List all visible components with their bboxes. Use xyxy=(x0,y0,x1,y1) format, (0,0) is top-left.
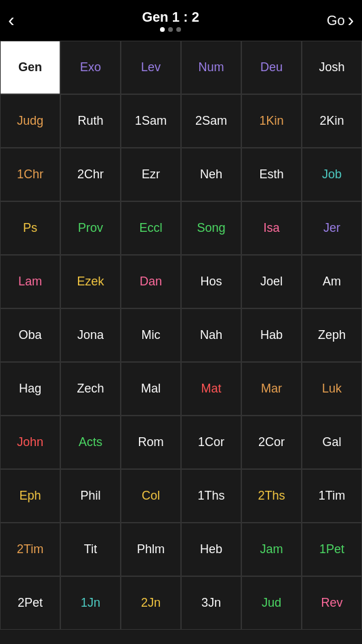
book-cell-1cor[interactable]: 1Cor xyxy=(181,416,241,469)
book-cell-ps[interactable]: Ps xyxy=(0,201,60,255)
book-cell-1tim[interactable]: 1Tim xyxy=(302,469,362,523)
back-icon: ‹ xyxy=(8,9,14,31)
book-cell-dan[interactable]: Dan xyxy=(121,255,181,308)
go-button[interactable]: Go › xyxy=(327,9,354,31)
book-cell-ezr[interactable]: Ezr xyxy=(121,148,181,201)
book-cell-mar[interactable]: Mar xyxy=(241,362,302,416)
book-cell-1chr[interactable]: 1Chr xyxy=(0,148,60,201)
book-cell-3jn[interactable]: 3Jn xyxy=(181,576,241,630)
book-cell-esth[interactable]: Esth xyxy=(241,148,302,201)
book-cell-joel[interactable]: Joel xyxy=(241,255,302,308)
dot-1 xyxy=(160,27,165,32)
header: ‹ Gen 1 : 2 Go › xyxy=(0,0,362,41)
book-cell-num[interactable]: Num xyxy=(181,41,241,94)
page-dots xyxy=(160,27,181,32)
book-cell-col[interactable]: Col xyxy=(121,469,181,523)
book-cell-1ths[interactable]: 1Ths xyxy=(181,469,241,523)
book-cell-oba[interactable]: Oba xyxy=(0,308,60,362)
book-cell-hag[interactable]: Hag xyxy=(0,362,60,416)
book-cell-deu[interactable]: Deu xyxy=(241,41,302,94)
book-cell-1jn[interactable]: 1Jn xyxy=(60,576,121,630)
dot-2 xyxy=(168,27,173,32)
book-cell-jam[interactable]: Jam xyxy=(241,523,302,576)
book-cell-acts[interactable]: Acts xyxy=(60,416,121,469)
book-grid: GenExoLevNumDeuJoshJudgRuth1Sam2Sam1Kin2… xyxy=(0,41,362,630)
book-cell-am[interactable]: Am xyxy=(302,255,362,308)
book-cell-2tim[interactable]: 2Tim xyxy=(0,523,60,576)
book-cell-luk[interactable]: Luk xyxy=(302,362,362,416)
book-cell-judg[interactable]: Judg xyxy=(0,94,60,148)
header-center: Gen 1 : 2 xyxy=(142,9,199,32)
book-cell-heb[interactable]: Heb xyxy=(181,523,241,576)
book-cell-neh[interactable]: Neh xyxy=(181,148,241,201)
book-cell-isa[interactable]: Isa xyxy=(241,201,302,255)
book-cell-2sam[interactable]: 2Sam xyxy=(181,94,241,148)
book-cell-1kin[interactable]: 1Kin xyxy=(241,94,302,148)
dot-3 xyxy=(176,27,181,32)
book-cell-2kin[interactable]: 2Kin xyxy=(302,94,362,148)
back-button[interactable]: ‹ xyxy=(8,9,14,31)
book-cell-jona[interactable]: Jona xyxy=(60,308,121,362)
book-cell-hab[interactable]: Hab xyxy=(241,308,302,362)
book-cell-phil[interactable]: Phil xyxy=(60,469,121,523)
book-cell-lev[interactable]: Lev xyxy=(121,41,181,94)
book-cell-gal[interactable]: Gal xyxy=(302,416,362,469)
book-cell-eccl[interactable]: Eccl xyxy=(121,201,181,255)
book-cell-2cor[interactable]: 2Cor xyxy=(241,416,302,469)
header-title: Gen 1 : 2 xyxy=(142,9,199,25)
book-cell-2chr[interactable]: 2Chr xyxy=(60,148,121,201)
book-cell-1sam[interactable]: 1Sam xyxy=(121,94,181,148)
book-cell-mic[interactable]: Mic xyxy=(121,308,181,362)
book-cell-1pet[interactable]: 1Pet xyxy=(302,523,362,576)
book-cell-zech[interactable]: Zech xyxy=(60,362,121,416)
book-cell-jud[interactable]: Jud xyxy=(241,576,302,630)
go-label: Go xyxy=(327,13,345,28)
book-cell-exo[interactable]: Exo xyxy=(60,41,121,94)
book-cell-jer[interactable]: Jer xyxy=(302,201,362,255)
book-cell-ruth[interactable]: Ruth xyxy=(60,94,121,148)
book-cell-lam[interactable]: Lam xyxy=(0,255,60,308)
forward-icon: › xyxy=(348,9,354,31)
book-cell-2pet[interactable]: 2Pet xyxy=(0,576,60,630)
book-cell-gen[interactable]: Gen xyxy=(0,41,60,94)
book-cell-eph[interactable]: Eph xyxy=(0,469,60,523)
book-cell-hos[interactable]: Hos xyxy=(181,255,241,308)
book-cell-tit[interactable]: Tit xyxy=(60,523,121,576)
book-cell-phlm[interactable]: Phlm xyxy=(121,523,181,576)
book-cell-rev[interactable]: Rev xyxy=(302,576,362,630)
book-cell-job[interactable]: Job xyxy=(302,148,362,201)
book-cell-josh[interactable]: Josh xyxy=(302,41,362,94)
book-cell-zeph[interactable]: Zeph xyxy=(302,308,362,362)
book-cell-rom[interactable]: Rom xyxy=(121,416,181,469)
book-cell-song[interactable]: Song xyxy=(181,201,241,255)
book-cell-ezek[interactable]: Ezek xyxy=(60,255,121,308)
book-cell-mat[interactable]: Mat xyxy=(181,362,241,416)
book-cell-prov[interactable]: Prov xyxy=(60,201,121,255)
book-cell-2jn[interactable]: 2Jn xyxy=(121,576,181,630)
book-cell-2ths[interactable]: 2Ths xyxy=(241,469,302,523)
book-cell-john[interactable]: John xyxy=(0,416,60,469)
book-cell-nah[interactable]: Nah xyxy=(181,308,241,362)
book-cell-mal[interactable]: Mal xyxy=(121,362,181,416)
